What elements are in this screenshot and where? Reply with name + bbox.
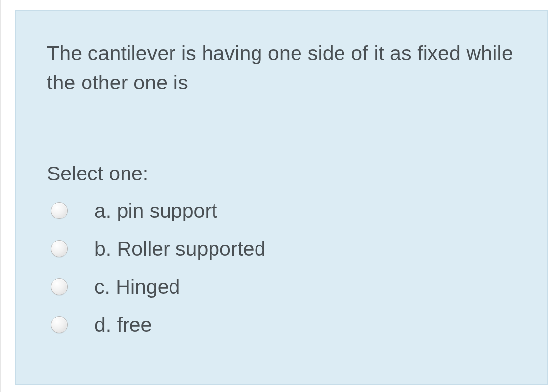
select-prompt: Select one: <box>47 162 516 185</box>
radio-a[interactable] <box>51 202 68 219</box>
option-d-label: d. free <box>94 313 152 337</box>
question-card: The cantilever is having one side of it … <box>15 10 548 385</box>
option-c-letter: c. <box>94 275 110 298</box>
option-a-letter: a. <box>94 199 111 222</box>
option-list: a. pin support b. Roller supported c. Hi… <box>47 199 516 337</box>
option-d-text: free <box>117 313 152 336</box>
option-c: c. Hinged <box>47 275 516 299</box>
radio-c[interactable] <box>51 278 68 295</box>
option-b-label: b. Roller supported <box>94 237 265 261</box>
option-a-text: pin support <box>117 199 217 222</box>
option-b-text: Roller supported <box>117 237 266 260</box>
option-b-letter: b. <box>94 237 111 260</box>
option-a: a. pin support <box>47 199 516 222</box>
option-d-letter: d. <box>94 313 111 336</box>
blank-underline <box>197 87 345 87</box>
radio-b[interactable] <box>51 240 68 257</box>
option-c-label: c. Hinged <box>94 275 180 299</box>
option-c-text: Hinged <box>116 275 180 298</box>
option-a-label: a. pin support <box>94 199 217 222</box>
option-d: d. free <box>47 313 516 337</box>
page-frame: The cantilever is having one side of it … <box>0 0 556 392</box>
question-stem: The cantilever is having one side of it … <box>47 39 516 98</box>
option-b: b. Roller supported <box>47 237 516 261</box>
radio-d[interactable] <box>51 316 68 333</box>
